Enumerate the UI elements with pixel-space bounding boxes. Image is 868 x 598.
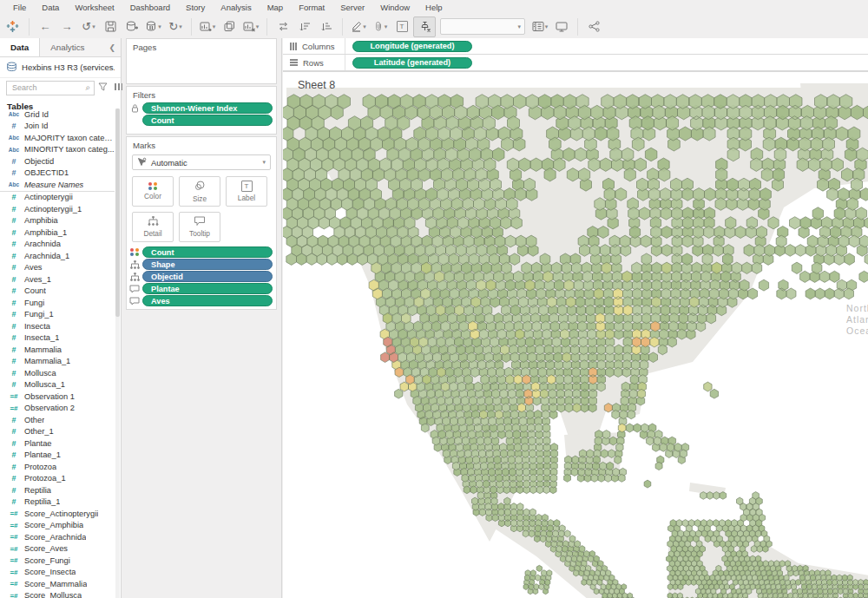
field-other-1[interactable]: #Other_1 — [0, 426, 115, 438]
field-grid-id[interactable]: AbcGrid Id — [0, 108, 115, 121]
field-mollusca[interactable]: #Mollusca — [0, 367, 115, 379]
field-score-amphibia[interactable]: =#Score_Amphibia — [0, 520, 115, 532]
field-score-arachnida[interactable]: =#Score_Arachnida — [0, 531, 115, 543]
columns-pill-longitude-generated-[interactable]: Longitude (generated) — [352, 41, 472, 52]
pages-card[interactable]: Pages — [126, 38, 277, 84]
marks-pill-count[interactable]: Count — [142, 246, 273, 258]
filter-pill-shannon-wiener-index[interactable]: Shannon-Wiener Index — [142, 102, 273, 114]
tooltip-button[interactable]: Tooltip — [179, 212, 220, 242]
show-cards-icon[interactable]: ▾ — [529, 17, 550, 36]
field-count[interactable]: #Count — [0, 286, 115, 298]
pause-updates-icon[interactable]: ▾ — [143, 17, 164, 36]
menu-help[interactable]: Help — [418, 1, 450, 14]
field-fungi[interactable]: #Fungi — [0, 297, 115, 309]
map-view[interactable]: Sheet 8 North Atlantic Ocean — [283, 71, 868, 598]
menu-worksheet[interactable]: Worksheet — [67, 1, 122, 14]
field-mammalia[interactable]: #Mammalia — [0, 344, 115, 356]
hexbin-map[interactable] — [283, 72, 868, 598]
presentation-mode-icon[interactable] — [551, 17, 572, 36]
save-icon[interactable] — [100, 17, 121, 36]
marks-pill-aves[interactable]: Aves — [142, 295, 273, 306]
marks-pill-shape[interactable]: Shape — [142, 259, 273, 270]
new-data-source-icon[interactable] — [122, 17, 142, 36]
menu-format[interactable]: Format — [291, 1, 332, 14]
field-amphibia-1[interactable]: #Amphibia_1 — [0, 227, 115, 239]
field-fungi-1[interactable]: #Fungi_1 — [0, 309, 115, 321]
highlight-icon[interactable]: ▾ — [348, 17, 369, 36]
field-score-fungi[interactable]: =#Score_Fungi — [0, 555, 115, 567]
tableau-logo[interactable] — [5, 19, 20, 34]
field-objectid1[interactable]: #OBJECTID1 — [0, 168, 115, 180]
field-arachnida[interactable]: #Arachnida — [0, 239, 115, 251]
field-reptilia-1[interactable]: #Reptilia_1 — [0, 496, 115, 509]
group-members-icon[interactable]: ▾ — [370, 17, 391, 36]
mark-type-dropdown[interactable]: Automatic ▾ — [132, 154, 271, 170]
swap-axes-icon[interactable] — [273, 17, 293, 36]
tab-analytics[interactable]: Analytics — [40, 38, 95, 56]
field-aves[interactable]: #Aves — [0, 262, 115, 274]
field-minority-taxon-categ-[interactable]: AbcMINORITY taxon categ... — [0, 144, 115, 156]
fix-map-icon[interactable] — [413, 16, 436, 37]
field-join-id[interactable]: #Join Id — [0, 121, 115, 133]
fit-select[interactable]: ▾ — [440, 18, 525, 35]
menu-dashboard[interactable]: Dashboard — [122, 1, 178, 14]
filters-card[interactable]: Filters Shannon-Wiener IndexCount — [126, 86, 277, 135]
rows-shelf[interactable]: Rows Latitude (generated) — [283, 55, 868, 71]
field-insecta[interactable]: #Insecta — [0, 320, 115, 332]
field-plantae-1[interactable]: #Plantae_1 — [0, 450, 115, 462]
field-mollusca-1[interactable]: #Mollusca_1 — [0, 379, 115, 391]
forward-arrow-icon[interactable]: → — [56, 17, 77, 36]
field-measure-names[interactable]: AbcMeasure Names — [0, 179, 115, 192]
field-objectid[interactable]: #Objectid — [0, 155, 115, 168]
field-arachnida-1[interactable]: #Arachnida_1 — [0, 250, 115, 262]
field-protozoa[interactable]: #Protozoa — [0, 461, 115, 473]
run-updates-icon[interactable]: ↻▾ — [165, 17, 186, 36]
menu-server[interactable]: Server — [332, 1, 372, 14]
field-actinopterygii-1[interactable]: #Actinopterygii_1 — [0, 203, 115, 215]
field-amphibia[interactable]: #Amphibia — [0, 215, 115, 227]
tab-data[interactable]: Data — [0, 38, 40, 56]
field-score-aves[interactable]: =#Score_Aves — [0, 543, 115, 555]
field-aves-1[interactable]: #Aves_1 — [0, 273, 115, 286]
field-score-actinopterygii[interactable]: =#Score_Actinopterygii — [0, 508, 115, 520]
marks-pill-plantae[interactable]: Plantae — [142, 283, 273, 294]
menu-file[interactable]: File — [5, 1, 34, 14]
field-insecta-1[interactable]: #Insecta_1 — [0, 332, 115, 345]
field-score-mammalia[interactable]: =#Score_Mammalia — [0, 578, 115, 590]
sort-ascending-icon[interactable] — [294, 17, 315, 36]
columns-shelf[interactable]: Columns Longitude (generated) — [283, 38, 868, 55]
field-reptilia[interactable]: #Reptilia — [0, 484, 115, 496]
replay-icon[interactable]: ↺▾ — [78, 17, 99, 36]
label-button[interactable]: TLabel — [226, 176, 267, 207]
menu-window[interactable]: Window — [372, 1, 418, 14]
menu-data[interactable]: Data — [34, 1, 67, 14]
color-button[interactable]: Color — [132, 176, 174, 207]
size-button[interactable]: Size — [179, 176, 220, 207]
field-protozoa-1[interactable]: #Protozoa_1 — [0, 473, 115, 485]
field-other[interactable]: #Other — [0, 414, 115, 426]
new-worksheet-icon[interactable]: ▾ — [197, 17, 218, 36]
clear-sheet-icon[interactable]: ▾ — [240, 17, 261, 36]
field-observation-1[interactable]: =#Observation 1 — [0, 391, 115, 403]
field-list-scrollbar[interactable] — [115, 108, 120, 598]
marks-card[interactable]: Marks Automatic ▾ ColorSizeTLabelDetailT… — [126, 136, 277, 310]
field-plantae[interactable]: #Plantae — [0, 437, 115, 450]
filter-pill-count[interactable]: Count — [142, 115, 273, 126]
duplicate-sheet-icon[interactable] — [219, 17, 240, 36]
field-observation-2[interactable]: =#Observation 2 — [0, 403, 115, 415]
search-input[interactable] — [10, 82, 85, 93]
field-score-mollusca[interactable]: =#Score_Mollusca — [0, 590, 115, 598]
search-input-wrap[interactable]: ⌕ — [6, 81, 95, 95]
data-source-item[interactable]: Hexbins H3 R3 (services... — [0, 57, 121, 78]
menu-analysis[interactable]: Analysis — [213, 1, 259, 14]
marks-pill-objectid[interactable]: Objectid — [142, 271, 273, 282]
share-icon[interactable] — [583, 17, 604, 36]
field-majority-taxon-categ-[interactable]: AbcMAJORITY taxon categ... — [0, 132, 115, 144]
field-mammalia-1[interactable]: #Mammalia_1 — [0, 356, 115, 368]
collapse-pane-icon[interactable]: ❮ — [103, 38, 121, 56]
sort-descending-icon[interactable] — [316, 17, 337, 36]
filter-fields-icon[interactable] — [98, 82, 108, 93]
detail-button[interactable]: Detail — [132, 212, 174, 242]
field-score-insecta[interactable]: =#Score_Insecta — [0, 567, 115, 579]
menu-map[interactable]: Map — [260, 1, 291, 14]
